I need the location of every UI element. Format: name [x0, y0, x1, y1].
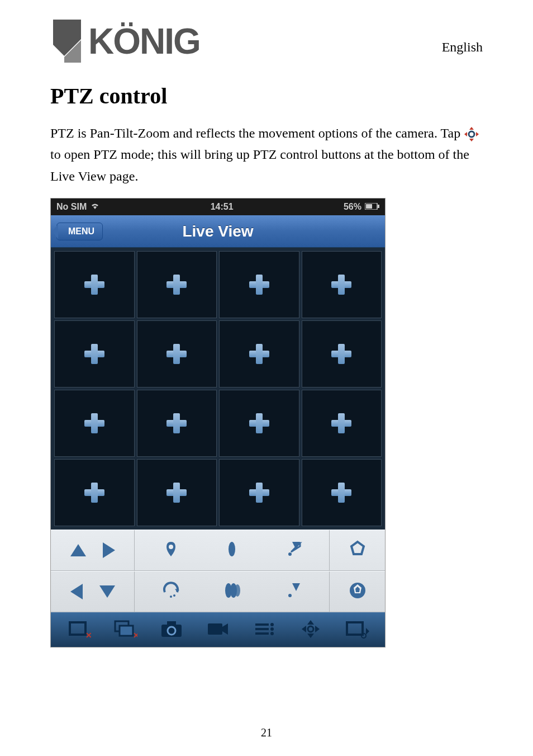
page-header: KÖNIG English [50, 17, 483, 66]
camera-slot[interactable] [219, 459, 299, 526]
svg-marker-0 [469, 127, 474, 130]
pan-down-button[interactable] [99, 585, 115, 598]
svg-text:✕: ✕ [85, 631, 91, 639]
add-camera-icon [165, 273, 188, 296]
svg-rect-23 [70, 622, 85, 635]
svg-rect-31 [208, 623, 222, 635]
camera-slot[interactable] [137, 251, 217, 318]
nav-bar: MENU Live View [51, 215, 385, 248]
battery-icon [365, 202, 379, 212]
camera-slot[interactable] [302, 390, 382, 457]
page-number: 21 [261, 726, 272, 739]
add-camera-icon [330, 273, 353, 296]
svg-rect-35 [255, 632, 269, 635]
logo-text: KÖNIG [88, 21, 200, 62]
camera-slot[interactable] [137, 320, 217, 388]
add-camera-icon [248, 412, 270, 434]
svg-marker-2 [464, 132, 467, 136]
svg-point-15 [173, 594, 175, 597]
svg-rect-7 [378, 205, 379, 208]
time-label: 14:51 [211, 202, 234, 212]
snapshot-icon[interactable] [159, 619, 184, 641]
svg-rect-26 [120, 626, 133, 636]
add-camera-icon [83, 273, 106, 296]
camera-slot[interactable] [54, 320, 135, 388]
svg-marker-20 [292, 583, 300, 591]
camera-slot[interactable] [302, 251, 382, 318]
add-camera-icon [248, 481, 270, 504]
ptz-control-panel [51, 530, 385, 612]
camera-grid [51, 248, 385, 530]
focus-far-icon[interactable] [222, 581, 241, 602]
ptz-inline-icon [464, 126, 479, 142]
camera-slot[interactable] [54, 390, 135, 457]
body-paragraph: PTZ is Pan-Tilt-Zoom and reflects the mo… [50, 122, 483, 187]
camera-slot[interactable] [137, 390, 217, 457]
add-camera-icon [330, 412, 353, 434]
close-window-icon[interactable]: ✕ [66, 619, 91, 641]
add-camera-icon [330, 343, 353, 365]
svg-point-8 [169, 545, 173, 549]
svg-rect-6 [366, 204, 372, 209]
svg-marker-40 [307, 634, 314, 638]
logo-mark-icon [50, 17, 84, 66]
svg-point-38 [270, 632, 274, 635]
svg-point-4 [469, 131, 474, 137]
close-all-icon[interactable]: ✕ [113, 619, 137, 641]
camera-slot[interactable] [54, 459, 135, 526]
add-camera-icon [165, 343, 188, 365]
svg-point-18 [235, 584, 240, 597]
iris-close-icon[interactable] [348, 581, 367, 602]
add-camera-icon [248, 343, 270, 365]
app-screenshot: No SIM 14:51 56% MENU Live View [50, 198, 386, 648]
camera-slot[interactable] [302, 320, 382, 388]
battery-label: 56% [344, 202, 361, 212]
camera-slot[interactable] [137, 459, 217, 526]
wifi-icon [90, 202, 100, 212]
svg-point-10 [288, 552, 292, 556]
camera-slot[interactable] [219, 320, 299, 388]
svg-marker-32 [222, 623, 228, 635]
svg-point-14 [170, 596, 172, 598]
auto-scan-icon[interactable] [161, 581, 180, 602]
camera-slot[interactable] [54, 251, 135, 318]
svg-point-9 [229, 542, 235, 556]
svg-marker-39 [307, 620, 314, 625]
body-text-part2: to open PTZ mode; this will bring up PTZ… [50, 147, 469, 183]
nav-title: Live View [182, 223, 253, 240]
carrier-label: No SIM [56, 202, 87, 212]
add-camera-icon [83, 343, 106, 365]
svg-point-43 [308, 626, 313, 632]
ptz-row-2 [51, 571, 385, 612]
add-camera-icon [83, 412, 106, 434]
bottom-toolbar: ✕ ✕ [51, 612, 385, 647]
record-icon[interactable] [206, 619, 230, 641]
camera-slot[interactable] [302, 459, 382, 526]
svg-point-37 [270, 627, 274, 631]
pan-up-button[interactable] [70, 544, 86, 556]
zoom-out-icon[interactable] [283, 581, 302, 602]
iris-open-icon[interactable] [348, 540, 367, 561]
camera-slot[interactable] [219, 390, 299, 457]
menu-button[interactable]: MENU [56, 223, 103, 240]
ptz-row-1 [51, 530, 385, 571]
page-heading: PTZ control [50, 83, 483, 109]
svg-marker-41 [302, 626, 306, 632]
svg-rect-29 [167, 621, 176, 626]
status-bar: No SIM 14:51 56% [51, 199, 385, 215]
ptz-mode-icon[interactable] [298, 619, 323, 641]
zoom-in-icon[interactable] [283, 540, 302, 561]
add-camera-icon [83, 481, 106, 504]
pan-left-button[interactable] [70, 584, 83, 599]
svg-marker-46 [366, 628, 369, 635]
add-camera-icon [165, 412, 188, 434]
focus-near-icon[interactable] [223, 541, 240, 560]
quality-icon[interactable] [252, 619, 277, 641]
fullscreen-icon[interactable] [345, 619, 369, 641]
preset-point-icon[interactable] [161, 540, 180, 561]
language-label: English [442, 40, 483, 55]
pan-right-button[interactable] [103, 542, 115, 558]
svg-point-19 [288, 594, 292, 597]
add-camera-icon [248, 273, 270, 296]
camera-slot[interactable] [219, 251, 299, 318]
